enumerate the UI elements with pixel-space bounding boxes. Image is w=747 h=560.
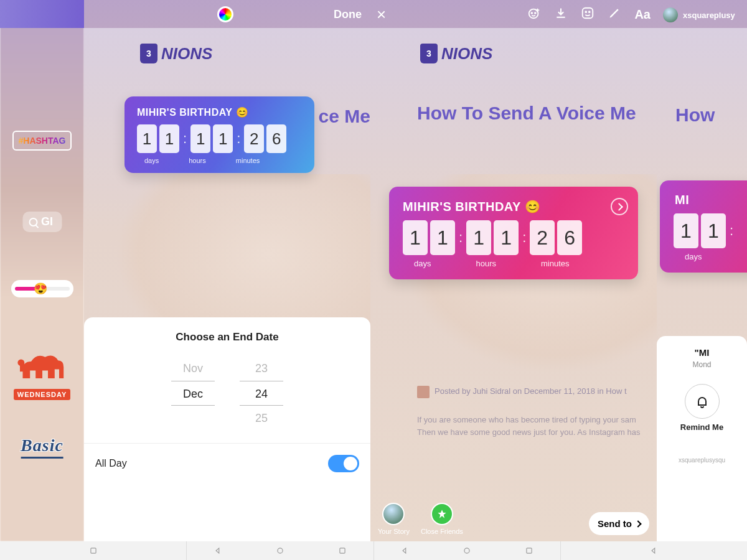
emoji-slider-sticker[interactable]: 😍: [11, 280, 73, 297]
svg-rect-1: [20, 363, 24, 371]
draw-icon[interactable]: [608, 7, 621, 22]
story-viewer-panel: xsquareplusy How MI 11 : days "MI Mond R…: [657, 0, 747, 541]
story-header[interactable]: xsquareplusy: [663, 7, 735, 22]
sheet-title: Choose an End Date: [84, 317, 370, 350]
close-icon[interactable]: ×: [377, 5, 386, 24]
svg-rect-5: [583, 8, 593, 19]
background-headline: How: [675, 105, 715, 126]
svg-point-11: [464, 548, 469, 553]
search-icon: [29, 218, 37, 226]
close-friends-button[interactable]: [431, 503, 453, 525]
all-day-label: All Day: [95, 458, 127, 469]
background-headline: ce Me: [319, 106, 370, 127]
background-site-logo: 3NIONS: [140, 44, 212, 63]
svg-point-9: [278, 548, 283, 553]
home-icon[interactable]: [463, 546, 471, 555]
your-story-button[interactable]: [382, 503, 405, 525]
all-day-toggle[interactable]: [328, 455, 359, 472]
svg-rect-10: [340, 548, 345, 553]
story-compose-panel: 3NIONS How To Send A Voice Me × Aa MIHIR…: [370, 0, 657, 541]
countdown-title: MIHIR'S BIRTHDAY😊: [137, 106, 302, 118]
share-arrow-icon[interactable]: [611, 198, 628, 215]
svg-rect-8: [91, 548, 96, 553]
camel-icon: [14, 348, 70, 386]
background-site-logo: 3NIONS: [420, 44, 492, 63]
day-sticker[interactable]: WEDNESDAY: [11, 348, 73, 400]
sticker-icon[interactable]: [581, 6, 594, 23]
remind-me-button[interactable]: [685, 384, 720, 419]
countdown-editor-panel: 3NIONS ce Me Done MIHIR'S BIRTHDAY😊 11 :…: [84, 0, 370, 541]
reminder-sheet: "MI Mond Remind Me xsquareplusysqu: [657, 336, 747, 541]
svg-point-4: [535, 12, 536, 14]
recents-icon[interactable]: [525, 546, 533, 555]
recents-icon[interactable]: [338, 546, 347, 555]
back-icon[interactable]: [400, 546, 409, 555]
download-icon[interactable]: [555, 7, 567, 22]
date-picker[interactable]: Nov Dec 23 24 25: [84, 350, 370, 443]
avatar-icon: [663, 7, 678, 22]
android-nav-bar: [0, 541, 747, 560]
svg-point-3: [532, 12, 533, 14]
day-column[interactable]: 23 24 25: [240, 356, 283, 431]
chevron-right-icon: [634, 520, 641, 527]
background-post-body: If you are someone who has become tired …: [417, 414, 651, 438]
countdown-sticker[interactable]: MI 11 : days: [660, 180, 747, 273]
recents-icon[interactable]: [89, 546, 98, 555]
heart-eyes-emoji-icon: 😍: [34, 282, 47, 296]
color-picker-icon[interactable]: [217, 6, 233, 22]
face-filter-icon[interactable]: [527, 6, 541, 23]
background-headline: How To Send A Voice Me: [417, 103, 636, 124]
svg-rect-12: [527, 548, 532, 553]
text-tool-icon[interactable]: Aa: [634, 7, 651, 22]
gif-search-sticker[interactable]: GI: [22, 212, 62, 232]
done-button[interactable]: Done: [334, 8, 362, 21]
send-to-button[interactable]: Send to: [589, 512, 649, 535]
sticker-tray-panel: #HASHTAG GI 😍 WEDNESDAY Basic: [0, 0, 84, 541]
back-icon[interactable]: [214, 546, 222, 555]
countdown-sticker[interactable]: MIHIR'S BIRTHDAY😊 11 : 11 : 26 days hour…: [125, 96, 314, 173]
countdown-title: MIHIR'S BIRTHDAY😊: [403, 199, 624, 214]
basic-text-sticker[interactable]: Basic: [21, 436, 63, 459]
svg-point-7: [589, 11, 590, 12]
background-post-meta: Posted by Juhi Sidral on December 11, 20…: [417, 386, 651, 398]
countdown-sticker[interactable]: MIHIR'S BIRTHDAY😊 11 : 11 : 26 days hour…: [389, 187, 638, 279]
date-picker-sheet: Choose an End Date Nov Dec 23 24 25 All …: [84, 317, 370, 541]
hashtag-sticker[interactable]: #HASHTAG: [12, 131, 72, 151]
month-column[interactable]: Nov Dec: [171, 356, 215, 431]
bell-icon: [695, 394, 710, 409]
home-icon[interactable]: [276, 546, 284, 555]
back-icon[interactable]: [649, 546, 658, 555]
svg-point-6: [586, 11, 587, 12]
